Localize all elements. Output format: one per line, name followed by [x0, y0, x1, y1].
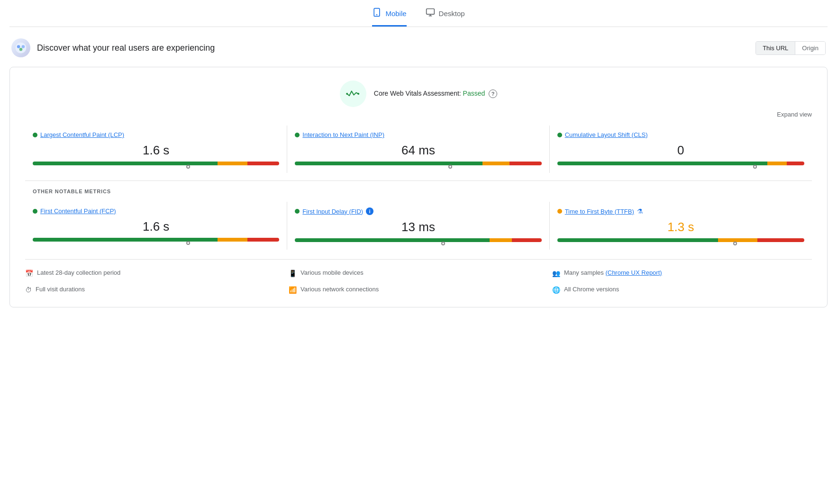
footer-text: Various network connections: [300, 286, 379, 293]
main-card: Core Web Vitals Assessment: Passed ? Exp…: [9, 67, 828, 307]
cwv-help-icon[interactable]: ?: [489, 90, 497, 98]
metric-value-fcp: 1.6 s: [33, 219, 279, 234]
tab-desktop-label: Desktop: [439, 9, 465, 18]
track-green: [295, 238, 490, 242]
cwv-header: Core Web Vitals Assessment: Passed ?: [25, 81, 812, 107]
svg-point-7: [17, 45, 20, 48]
svg-point-2: [377, 15, 377, 15]
metric-label-row: Time to First Byte (TTFB) ⚗: [557, 207, 804, 215]
mobile-icon: [372, 8, 382, 19]
cwv-passed-status: Passed: [463, 90, 485, 97]
footer-icon: 🌐: [552, 286, 560, 294]
footer-item: 📅 Latest 28-day collection period: [25, 267, 285, 279]
footer-text: Various mobile devices: [300, 269, 364, 276]
core-metrics-grid: Largest Contentful Paint (LCP) 1.6 s Int…: [25, 126, 812, 173]
header-left: Discover what your real users are experi…: [11, 38, 215, 57]
cwv-title: Core Web Vitals Assessment: Passed ?: [374, 90, 497, 98]
this-url-button[interactable]: This URL: [756, 42, 795, 54]
progress-marker-dot: [753, 165, 757, 169]
footer-col-1: 📅 Latest 28-day collection period ⏱ Full…: [25, 267, 285, 296]
footer-icon: 👥: [552, 270, 560, 277]
metric-name-fcp[interactable]: First Contentful Paint (FCP): [40, 207, 116, 215]
track-green: [33, 238, 218, 242]
url-origin-toggle: This URL Origin: [755, 41, 826, 55]
metric-name-lcp[interactable]: Largest Contentful Paint (LCP): [40, 131, 124, 138]
metric-value-cls: 0: [557, 143, 804, 158]
footer-col-2: 📱 Various mobile devices 📶 Various netwo…: [289, 267, 548, 296]
section-divider: [25, 180, 812, 181]
track-green: [295, 162, 482, 165]
metric-value-fid: 13 ms: [295, 220, 541, 234]
svg-point-8: [22, 45, 25, 48]
metric-col-fid: First Input Delay (FID) i 13 ms: [287, 202, 549, 250]
metric-col-ttfb: Time to First Byte (TTFB) ⚗ 1.3 s: [550, 202, 812, 250]
progress-track: [33, 238, 279, 242]
cwv-icon-circle: [340, 81, 366, 107]
progress-bar: [557, 162, 804, 165]
progress-marker-dot: [733, 242, 737, 245]
metric-name-ttfb[interactable]: Time to First Byte (TTFB): [565, 208, 634, 215]
tab-bar: Mobile Desktop: [9, 0, 828, 27]
track-orange: [218, 162, 247, 165]
metric-value-inp: 64 ms: [295, 143, 541, 158]
status-dot-inp: [295, 133, 300, 137]
track-red: [757, 238, 804, 242]
track-green: [557, 162, 767, 165]
beaker-icon-ttfb: ⚗: [637, 207, 643, 215]
metric-col-fcp: First Contentful Paint (FCP) 1.6 s: [25, 202, 287, 250]
progress-bar: [295, 162, 541, 165]
track-red: [247, 162, 280, 165]
progress-track: [295, 238, 541, 242]
metric-value-lcp: 1.6 s: [33, 143, 279, 158]
tab-mobile-label: Mobile: [385, 9, 406, 18]
track-orange: [490, 238, 512, 242]
metric-label-row: Interaction to Next Paint (INP): [295, 131, 541, 138]
metric-name-inp[interactable]: Interaction to Next Paint (INP): [302, 131, 384, 138]
header-title: Discover what your real users are experi…: [37, 43, 215, 53]
metric-label-row: Largest Contentful Paint (LCP): [33, 131, 279, 138]
svg-point-10: [346, 93, 348, 95]
progress-marker-dot: [186, 165, 190, 169]
svg-rect-3: [426, 9, 434, 15]
footer-item: ⏱ Full visit durations: [25, 284, 285, 296]
tab-desktop[interactable]: Desktop: [426, 8, 465, 27]
track-orange: [718, 238, 757, 242]
expand-row: Expand view: [25, 111, 812, 118]
metric-label-row: First Contentful Paint (FCP): [33, 207, 279, 215]
metric-col-inp: Interaction to Next Paint (INP) 64 ms: [287, 126, 549, 173]
status-dot-lcp: [33, 133, 37, 137]
status-dot-fcp: [33, 209, 37, 214]
origin-button[interactable]: Origin: [795, 42, 825, 54]
progress-track: [33, 162, 279, 165]
track-red: [509, 162, 542, 165]
footer-item: 📶 Various network connections: [289, 284, 548, 296]
chrome-ux-link[interactable]: (Chrome UX Report): [605, 269, 662, 276]
track-red: [787, 162, 804, 165]
footer-col-3: 👥 Many samples (Chrome UX Report) 🌐 All …: [552, 267, 812, 296]
metric-col-lcp: Largest Contentful Paint (LCP) 1.6 s: [25, 126, 287, 173]
tab-mobile[interactable]: Mobile: [372, 8, 406, 27]
track-green: [33, 162, 218, 165]
footer-text: Full visit durations: [36, 286, 85, 293]
other-metrics-grid: First Contentful Paint (FCP) 1.6 s First…: [25, 202, 812, 250]
progress-track: [557, 162, 804, 165]
footer-text: Latest 28-day collection period: [37, 269, 120, 276]
info-icon-fid[interactable]: i: [366, 207, 373, 215]
metric-label-row: First Input Delay (FID) i: [295, 207, 541, 215]
svg-point-11: [357, 93, 359, 95]
status-dot-cls: [557, 133, 562, 137]
crux-avatar: [11, 38, 30, 57]
status-dot-fid: [295, 209, 300, 214]
footer-icon: 📱: [289, 270, 297, 277]
metric-name-cls[interactable]: Cumulative Layout Shift (CLS): [565, 131, 648, 138]
track-orange: [482, 162, 509, 165]
progress-bar: [295, 238, 541, 242]
footer-icon: 📅: [25, 270, 33, 277]
metric-name-fid[interactable]: First Input Delay (FID): [302, 208, 363, 215]
status-dot-ttfb: [557, 209, 562, 214]
expand-link[interactable]: Expand view: [777, 111, 812, 118]
metric-label-row: Cumulative Layout Shift (CLS): [557, 131, 804, 138]
progress-track: [295, 162, 541, 165]
progress-marker-dot: [448, 165, 452, 169]
track-green: [557, 238, 718, 242]
